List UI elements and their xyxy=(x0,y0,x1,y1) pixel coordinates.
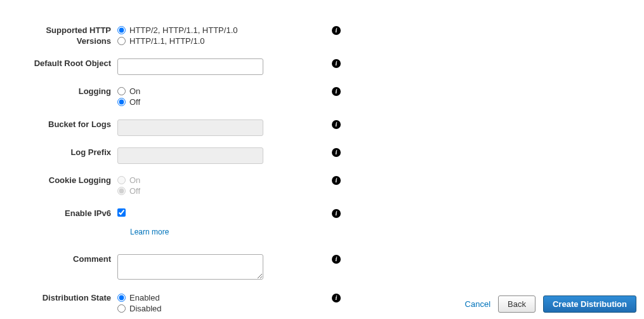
radio-group-distribution-state: Enabled Disabled xyxy=(117,293,327,315)
create-distribution-button[interactable]: Create Distribution xyxy=(543,295,636,313)
row-ipv6: Enable IPv6 Learn more i xyxy=(13,208,644,236)
radio-cookie-off xyxy=(117,187,126,195)
label-default-root: Default Root Object xyxy=(13,58,117,69)
cancel-link[interactable]: Cancel xyxy=(465,299,490,309)
radio-logging-on-text: On xyxy=(129,86,140,96)
row-bucket-logs: Bucket for Logs i xyxy=(13,119,644,136)
info-icon[interactable]: i xyxy=(332,294,341,302)
form-container: Supported HTTP Versions HTTP/2, HTTP/1.1… xyxy=(0,0,644,315)
radio-logging-off-text: Off xyxy=(129,97,140,107)
label-logging: Logging xyxy=(13,86,117,97)
info-icon[interactable]: i xyxy=(332,59,341,68)
label-ipv6: Enable IPv6 xyxy=(13,208,117,219)
label-comment: Comment xyxy=(13,254,117,265)
info-icon[interactable]: i xyxy=(332,255,341,264)
radio-state-disabled-label[interactable]: Disabled xyxy=(117,304,327,313)
label-cookie-logging: Cookie Logging xyxy=(13,175,117,186)
radio-state-enabled-label[interactable]: Enabled xyxy=(117,293,327,302)
radio-logging-on[interactable] xyxy=(117,87,126,95)
radio-cookie-on-text: On xyxy=(129,175,140,185)
ipv6-checkbox[interactable] xyxy=(117,208,126,217)
radio-state-disabled[interactable] xyxy=(117,304,126,313)
radio-cookie-on xyxy=(117,176,126,184)
radio-logging-on-label[interactable]: On xyxy=(117,86,327,96)
info-icon[interactable]: i xyxy=(332,148,341,157)
row-http-versions: Supported HTTP Versions HTTP/2, HTTP/1.1… xyxy=(13,25,644,47)
bucket-logs-input xyxy=(117,119,263,136)
label-bucket-logs: Bucket for Logs xyxy=(13,119,117,130)
radio-state-enabled-text: Enabled xyxy=(129,293,160,302)
comment-textarea[interactable] xyxy=(117,254,263,280)
radio-http2[interactable] xyxy=(117,26,126,34)
footer-actions: Cancel Back Create Distribution xyxy=(465,295,636,313)
radio-http2-text: HTTP/2, HTTP/1.1, HTTP/1.0 xyxy=(129,25,237,35)
info-icon[interactable]: i xyxy=(332,176,341,185)
row-log-prefix: Log Prefix i xyxy=(13,147,644,164)
log-prefix-input xyxy=(117,147,263,164)
label-distribution-state: Distribution State xyxy=(13,293,117,304)
learn-more-link[interactable]: Learn more xyxy=(130,227,169,236)
label-log-prefix: Log Prefix xyxy=(13,147,117,158)
info-icon[interactable]: i xyxy=(332,120,341,129)
radio-state-disabled-text: Disabled xyxy=(129,304,162,313)
info-icon[interactable]: i xyxy=(332,209,341,218)
radio-cookie-off-text: Off xyxy=(129,186,140,196)
radio-group-logging: On Off xyxy=(117,86,327,108)
radio-cookie-off-label: Off xyxy=(117,186,327,196)
radio-state-enabled[interactable] xyxy=(117,294,126,302)
row-logging: Logging On Off i xyxy=(13,86,644,108)
row-default-root: Default Root Object i xyxy=(13,58,644,75)
radio-logging-off[interactable] xyxy=(117,98,126,106)
radio-logging-off-label[interactable]: Off xyxy=(117,97,327,107)
row-comment: Comment i xyxy=(13,254,644,282)
row-cookie-logging: Cookie Logging On Off i xyxy=(13,175,644,197)
radio-cookie-on-label: On xyxy=(117,175,327,185)
back-button[interactable]: Back xyxy=(498,295,536,313)
radio-http11-label[interactable]: HTTP/1.1, HTTP/1.0 xyxy=(117,36,327,46)
info-icon[interactable]: i xyxy=(332,26,341,35)
label-http-versions: Supported HTTP Versions xyxy=(13,25,117,47)
radio-http11-text: HTTP/1.1, HTTP/1.0 xyxy=(129,36,204,46)
radio-group-cookie-logging: On Off xyxy=(117,175,327,197)
radio-http11[interactable] xyxy=(117,37,126,45)
default-root-input[interactable] xyxy=(117,58,263,75)
info-icon[interactable]: i xyxy=(332,87,341,96)
radio-http2-label[interactable]: HTTP/2, HTTP/1.1, HTTP/1.0 xyxy=(117,25,327,35)
radio-group-http-versions: HTTP/2, HTTP/1.1, HTTP/1.0 HTTP/1.1, HTT… xyxy=(117,25,327,47)
